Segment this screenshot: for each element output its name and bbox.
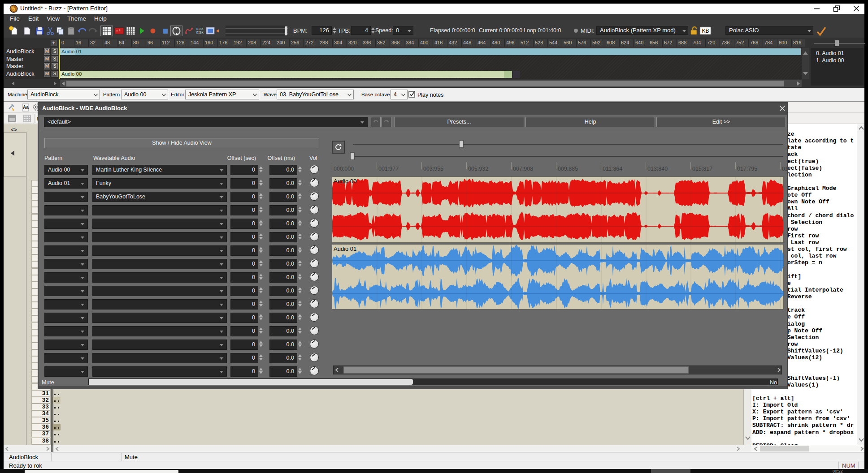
svg-text:DISK: DISK [196,31,204,34]
svg-text:DISK: DISK [196,28,204,31]
svg-text:b: b [12,6,15,12]
svg-text:Aa: Aa [23,105,29,110]
